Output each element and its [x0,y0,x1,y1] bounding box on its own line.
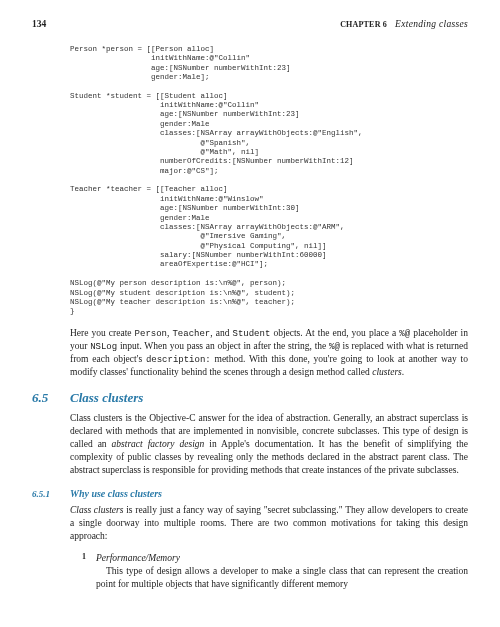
section-title: Class clusters [70,389,143,407]
list-label: Performance/Memory [96,552,180,565]
subsection-heading: 6.5.1 Why use class clusters [32,487,468,501]
paragraph: Class clusters is the Objective-C answer… [70,412,468,476]
list-body: This type of design allows a developer t… [96,565,468,591]
section-heading: 6.5 Class clusters [32,389,468,407]
chapter-title: Extending classes [395,19,468,29]
section-number: 6.5 [32,389,70,407]
paragraph: Class clusters is really just a fancy wa… [70,504,468,542]
list-item: 1 Performance/Memory [82,552,468,565]
paragraph: Here you create Person, Teacher, and Stu… [70,327,468,379]
subsection-number: 6.5.1 [32,488,70,500]
subsection-title: Why use class clusters [70,487,162,501]
page-number: 134 [32,18,46,31]
chapter-heading: CHAPTER 6 Extending classes [340,18,468,31]
list-marker: 1 [82,552,96,565]
chapter-label: CHAPTER 6 [340,20,387,29]
code-block: Person *person = [[Person alloc] initWit… [70,45,468,317]
page-header: 134 CHAPTER 6 Extending classes [32,18,468,31]
